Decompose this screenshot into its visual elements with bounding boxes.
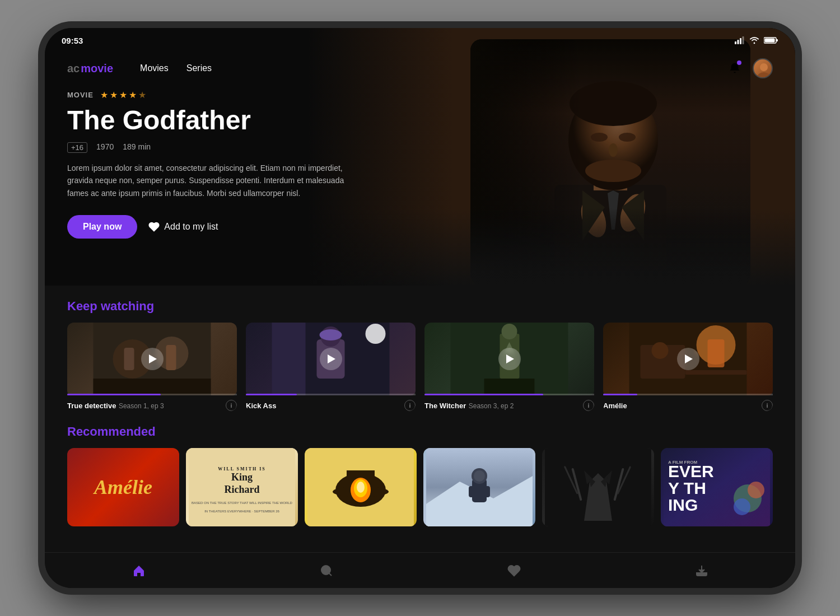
battery-icon	[764, 36, 778, 44]
svg-rect-6	[765, 39, 775, 43]
rec-card-amelie[interactable]: Amélie	[67, 448, 179, 526]
svg-rect-30	[166, 345, 176, 370]
info-button-4[interactable]: i	[762, 400, 773, 411]
amelie-poster-text: Amélie	[94, 477, 152, 497]
star-2: ★	[110, 90, 118, 100]
svg-rect-69	[484, 486, 490, 497]
recommended-grid: Amélie WILL SMITH IS King Richard BASED …	[67, 448, 773, 526]
rec-card-king-richard[interactable]: WILL SMITH IS King Richard BASED ON THE …	[186, 448, 298, 526]
watch-title-group-3: The Witcher Season 3, ep 2	[424, 400, 514, 410]
progress-bar-3	[424, 394, 594, 395]
nav-series[interactable]: Series	[186, 63, 212, 73]
nav-movies[interactable]: Movies	[140, 63, 169, 73]
heart-outline-icon	[148, 221, 160, 232]
watch-title-1: True detective	[67, 402, 116, 410]
svg-point-37	[366, 324, 386, 344]
movie-title: The Godfather	[67, 106, 358, 136]
watch-card-true-detective[interactable]: True detective Season 1, ep 3 i	[67, 323, 237, 411]
watch-info-1: True detective Season 1, ep 3 i	[67, 400, 237, 411]
svg-rect-0	[735, 41, 736, 44]
star-5: ★	[138, 90, 146, 100]
svg-point-7	[760, 63, 768, 71]
keep-watching-grid: True detective Season 1, ep 3 i	[67, 323, 773, 411]
logo-ac: ac	[67, 62, 80, 75]
watch-card-amelie[interactable]: Amélie i	[603, 323, 773, 411]
watch-thumb-4	[603, 323, 773, 395]
play-now-button[interactable]: Play now	[67, 215, 137, 239]
watch-title-4: Amélie	[603, 402, 627, 410]
progress-fill-4	[603, 394, 637, 395]
svg-rect-3	[743, 36, 744, 44]
nav-downloads[interactable]	[682, 559, 722, 582]
watch-title-group-1: True detective Season 1, ep 3	[67, 400, 164, 410]
hero-content: MOVIE ★ ★ ★ ★ ★ The Godfather +16 1970 1…	[67, 90, 358, 239]
rec-card-django[interactable]	[305, 448, 417, 526]
watch-title-2: Kick Ass	[246, 402, 276, 410]
progress-fill-3	[424, 394, 543, 395]
bottom-nav	[45, 552, 795, 588]
svg-text:BASED ON THE TRUE STORY THAT W: BASED ON THE TRUE STORY THAT WILL INSPIR…	[192, 501, 292, 505]
media-type-label: MOVIE	[67, 91, 94, 99]
download-icon	[695, 564, 708, 577]
watch-card-kick-ass[interactable]: Kick Ass i	[246, 323, 416, 411]
svg-text:Richard: Richard	[225, 484, 260, 495]
logo-movie: movie	[81, 62, 113, 75]
svg-text:IN THEATERS EVERYWHERE · SEPTE: IN THEATERS EVERYWHERE · SEPTEMBER 26	[204, 510, 279, 513]
svg-text:King: King	[231, 472, 253, 483]
age-rating: +16	[67, 142, 87, 153]
nav-home[interactable]	[119, 559, 159, 582]
play-overlay-4[interactable]	[677, 348, 699, 370]
user-avatar[interactable]	[753, 58, 773, 78]
rec-card-got[interactable]	[542, 448, 654, 526]
svg-rect-2	[740, 38, 741, 44]
svg-rect-39	[484, 379, 535, 395]
svg-rect-46	[708, 339, 725, 367]
notifications-button[interactable]	[726, 59, 744, 77]
star-3: ★	[119, 90, 127, 100]
main-content: Keep watching	[45, 286, 795, 526]
star-rating: ★ ★ ★ ★ ★	[100, 90, 146, 100]
navbar: ac movie Movies Series	[45, 53, 795, 84]
svg-point-49	[652, 342, 669, 359]
svg-rect-68	[469, 486, 474, 497]
time-display: 09:53	[62, 36, 83, 45]
play-triangle-3	[506, 354, 514, 363]
svg-point-35	[320, 329, 342, 340]
add-to-list-button[interactable]: Add to my list	[148, 221, 218, 232]
nav-favorites[interactable]	[494, 559, 534, 582]
watch-subtitle-3: Season 3, ep 2	[469, 402, 514, 410]
progress-bar-1	[67, 394, 237, 395]
svg-rect-31	[94, 379, 211, 395]
play-overlay-3[interactable]	[498, 348, 521, 370]
watch-title-group-4: Amélie	[603, 400, 627, 410]
progress-fill-1	[67, 394, 161, 395]
add-to-list-label: Add to my list	[164, 222, 218, 232]
watch-thumb-2	[246, 323, 416, 395]
info-button-1[interactable]: i	[226, 400, 237, 411]
movie-description: Lorem ipsum dolor sit amet, consectetur …	[67, 162, 358, 199]
nav-search[interactable]	[306, 559, 347, 582]
watch-card-witcher[interactable]: The Witcher Season 3, ep 2 i	[424, 323, 594, 411]
play-triangle-4	[685, 354, 693, 363]
svg-point-62	[357, 482, 365, 493]
info-button-3[interactable]: i	[583, 400, 594, 411]
svg-line-89	[329, 573, 331, 575]
release-year: 1970	[96, 142, 114, 153]
play-triangle-2	[328, 354, 335, 363]
hero-actions: Play now Add to my list	[67, 215, 358, 239]
watch-thumb-1	[67, 323, 237, 395]
rec-card-interstellar[interactable]	[423, 448, 535, 526]
svg-rect-1	[738, 40, 739, 44]
play-overlay-1[interactable]	[141, 348, 164, 370]
watch-thumb-3	[424, 323, 594, 395]
svg-text:ING: ING	[668, 496, 698, 514]
rec-card-everything[interactable]: A FILM FROM EVER Y TH ING	[661, 448, 773, 526]
logo[interactable]: ac movie	[67, 62, 113, 75]
svg-rect-36	[272, 323, 306, 395]
heart-icon	[507, 564, 521, 577]
nav-right	[726, 58, 773, 78]
play-overlay-2[interactable]	[320, 348, 342, 370]
info-button-2[interactable]: i	[404, 400, 416, 411]
svg-text:EVER: EVER	[668, 462, 714, 480]
status-icons	[735, 36, 778, 44]
